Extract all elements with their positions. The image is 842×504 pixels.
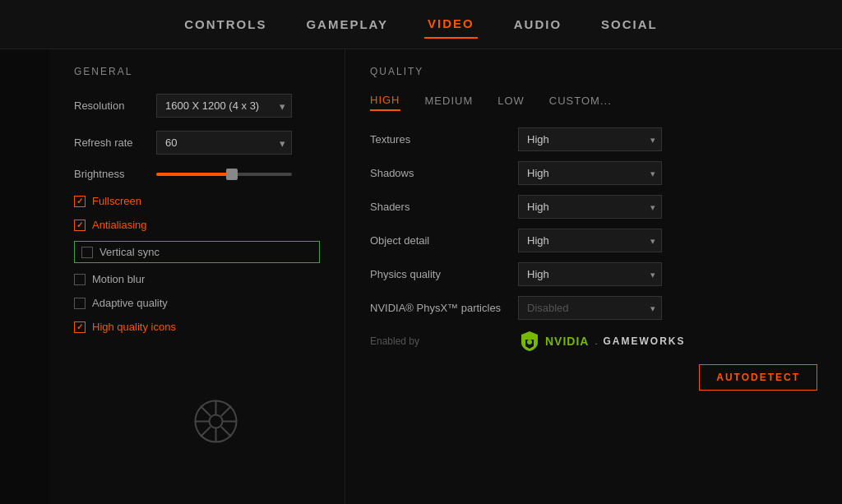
brightness-label: Brightness bbox=[74, 168, 156, 180]
refresh-select[interactable]: 60 bbox=[156, 131, 292, 155]
physx-select[interactable]: Disabled bbox=[518, 296, 662, 320]
motionblur-label: Motion blur bbox=[92, 273, 145, 285]
adaptivequality-checkbox[interactable] bbox=[74, 298, 86, 309]
brightness-slider-track[interactable] bbox=[156, 173, 292, 176]
nav-video[interactable]: VIDEO bbox=[424, 10, 478, 39]
nvidia-area: Enabled by NVIDIA . GAMEWORKS bbox=[370, 330, 817, 353]
shadows-row: Shadows High bbox=[370, 161, 817, 185]
adaptivequality-row[interactable]: Adaptive quality bbox=[74, 295, 320, 311]
brightness-row: Brightness bbox=[74, 168, 320, 180]
highqualityicons-checkbox[interactable] bbox=[74, 321, 86, 333]
quality-tab-high[interactable]: HIGH bbox=[370, 94, 400, 111]
svg-point-10 bbox=[527, 340, 532, 344]
objectdetail-select-wrapper: High bbox=[518, 229, 662, 252]
vsync-checkbox[interactable] bbox=[81, 247, 93, 258]
top-navigation: CONTROLS GAMEPLAY VIDEO AUDIO SOCIAL bbox=[0, 0, 842, 49]
resolution-select[interactable]: 1600 X 1200 (4 x 3) bbox=[156, 94, 292, 118]
nvidia-text: NVIDIA bbox=[545, 335, 589, 348]
motionblur-checkbox[interactable] bbox=[74, 274, 86, 285]
gameworks-text: GAMEWORKS bbox=[604, 335, 686, 347]
refresh-select-wrapper: 60 bbox=[156, 131, 292, 155]
fullscreen-checkbox[interactable] bbox=[74, 196, 86, 207]
autodetect-button[interactable]: AUTODETECT bbox=[699, 364, 817, 391]
antialiasing-row[interactable]: Antialiasing bbox=[74, 217, 320, 233]
svg-line-6 bbox=[201, 406, 210, 416]
physx-label: NVIDIA® PhysX™ particles bbox=[370, 302, 518, 314]
shaders-select-wrapper: High bbox=[518, 195, 662, 219]
refresh-label: Refresh rate bbox=[74, 136, 156, 149]
shaders-row: Shaders High bbox=[370, 195, 817, 219]
motionblur-row[interactable]: Motion blur bbox=[74, 271, 320, 287]
physicsquality-row: Physics quality High bbox=[370, 262, 817, 286]
sidebar bbox=[0, 49, 49, 504]
general-title: GENERAL bbox=[74, 66, 320, 77]
svg-line-9 bbox=[201, 427, 210, 437]
vsync-row[interactable]: Vertical sync bbox=[74, 241, 320, 263]
quality-tabs: HIGH MEDIUM LOW CUSTOM... bbox=[370, 94, 817, 111]
adaptivequality-label: Adaptive quality bbox=[92, 297, 168, 309]
fullscreen-label: Fullscreen bbox=[92, 195, 141, 207]
antialiasing-checkbox[interactable] bbox=[74, 220, 86, 231]
physx-select-wrapper: Disabled bbox=[518, 296, 662, 320]
textures-label: Textures bbox=[370, 133, 518, 146]
resolution-label: Resolution bbox=[74, 99, 156, 112]
autodetect-container: AUTODETECT bbox=[370, 364, 817, 391]
shaders-select[interactable]: High bbox=[518, 195, 662, 219]
textures-select-wrapper: High bbox=[518, 127, 662, 151]
nvidia-dot: . bbox=[594, 336, 597, 346]
objectdetail-row: Object detail High bbox=[370, 229, 817, 252]
general-section: GENERAL Resolution 1600 X 1200 (4 x 3) R… bbox=[49, 49, 345, 504]
shadows-select-wrapper: High bbox=[518, 161, 662, 185]
resolution-row: Resolution 1600 X 1200 (4 x 3) bbox=[74, 94, 320, 118]
shadows-label: Shadows bbox=[370, 167, 518, 179]
nvidia-logo: NVIDIA . GAMEWORKS bbox=[518, 330, 686, 353]
refresh-row: Refresh rate 60 bbox=[74, 131, 320, 155]
resolution-select-wrapper: 1600 X 1200 (4 x 3) bbox=[156, 94, 292, 118]
physicsquality-select[interactable]: High bbox=[518, 262, 662, 286]
textures-row: Textures High bbox=[370, 127, 817, 151]
wheel-icon-container bbox=[193, 399, 238, 446]
nav-social[interactable]: SOCIAL bbox=[598, 11, 661, 38]
brightness-slider-thumb[interactable] bbox=[226, 169, 238, 180]
fullscreen-row[interactable]: Fullscreen bbox=[74, 193, 320, 209]
physicsquality-select-wrapper: High bbox=[518, 262, 662, 286]
quality-tab-custom[interactable]: CUSTOM... bbox=[549, 95, 612, 110]
quality-section: QUALITY HIGH MEDIUM LOW CUSTOM... Textur… bbox=[345, 49, 842, 504]
physx-row: NVIDIA® PhysX™ particles Disabled bbox=[370, 296, 817, 320]
svg-line-8 bbox=[221, 406, 231, 416]
highqualityicons-label: High quality icons bbox=[92, 321, 176, 333]
textures-select[interactable]: High bbox=[518, 127, 662, 151]
objectdetail-select[interactable]: High bbox=[518, 229, 662, 252]
nvidia-shield-icon bbox=[518, 330, 541, 353]
nav-audio[interactable]: AUDIO bbox=[511, 11, 565, 38]
nav-controls[interactable]: CONTROLS bbox=[181, 11, 270, 38]
main-content: GENERAL Resolution 1600 X 1200 (4 x 3) R… bbox=[0, 49, 842, 504]
vsync-label: Vertical sync bbox=[99, 246, 160, 258]
quality-tab-medium[interactable]: MEDIUM bbox=[425, 95, 474, 110]
quality-tab-low[interactable]: LOW bbox=[497, 95, 525, 110]
nav-gameplay[interactable]: GAMEPLAY bbox=[303, 11, 391, 38]
wheel-icon bbox=[193, 399, 238, 444]
shadows-select[interactable]: High bbox=[518, 161, 662, 185]
highqualityicons-row[interactable]: High quality icons bbox=[74, 319, 320, 335]
svg-line-7 bbox=[221, 427, 231, 437]
antialiasing-label: Antialiasing bbox=[92, 219, 147, 231]
svg-point-1 bbox=[210, 415, 223, 428]
physicsquality-label: Physics quality bbox=[370, 268, 518, 280]
enabled-by-label: Enabled by bbox=[370, 335, 518, 347]
quality-title: QUALITY bbox=[370, 66, 817, 77]
shaders-label: Shaders bbox=[370, 201, 518, 213]
objectdetail-label: Object detail bbox=[370, 234, 518, 247]
